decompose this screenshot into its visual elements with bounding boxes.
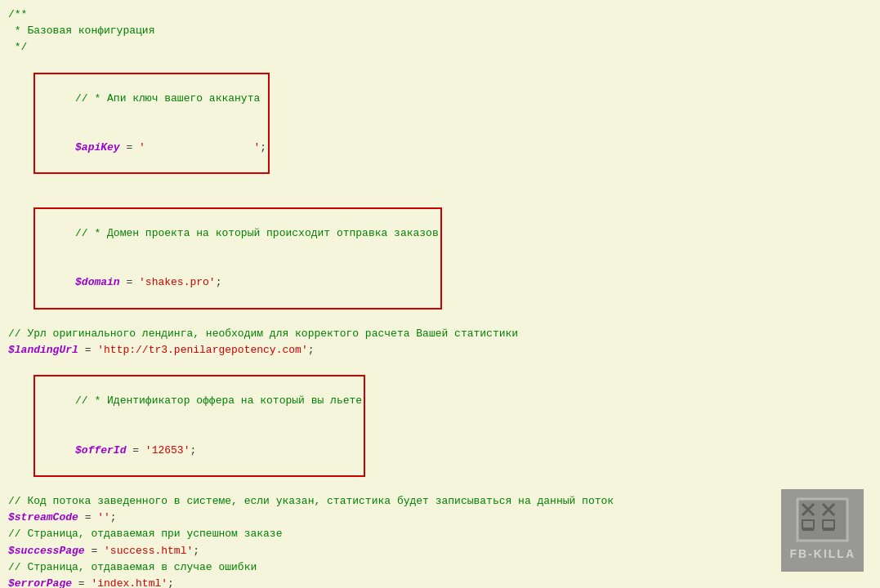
code-line-16: // Страница, отдаваемая в случае ошибки bbox=[8, 559, 872, 576]
code-line-10: // * Идентификатор оффера на который вы … bbox=[8, 359, 872, 493]
code-line-3: */ bbox=[8, 39, 872, 56]
code-line-13: $streamCode = ''; bbox=[8, 510, 872, 526]
code-line-12: // Код потока заведенного в системе, есл… bbox=[8, 493, 872, 510]
code-line-2: * Базовая конфигурация bbox=[8, 23, 872, 39]
watermark-icon bbox=[796, 497, 849, 542]
code-line-17: $errorPage = 'index.html'; bbox=[8, 576, 872, 588]
code-line-4: // * Апи ключ вашего акканута $apiKey = … bbox=[8, 56, 872, 190]
code-line-8: // Урл оригинального лендинга, необходим… bbox=[8, 326, 872, 342]
watermark-text: FB-KILLA bbox=[789, 546, 855, 564]
code-line-9: $landingUrl = 'http://tr3.penilargepoten… bbox=[8, 342, 872, 359]
code-line-14: // Страница, отдаваемая при успешном зак… bbox=[8, 526, 872, 542]
watermark: FB-KILLA bbox=[781, 489, 864, 572]
code-editor: /** * Базовая конфигурация */ // * Апи к… bbox=[0, 0, 880, 588]
code-line-15: $successPage = 'success.html'; bbox=[8, 543, 872, 559]
code-line-1: /** bbox=[8, 7, 872, 23]
code-line-6: // * Домен проекта на который происходит… bbox=[8, 191, 872, 326]
